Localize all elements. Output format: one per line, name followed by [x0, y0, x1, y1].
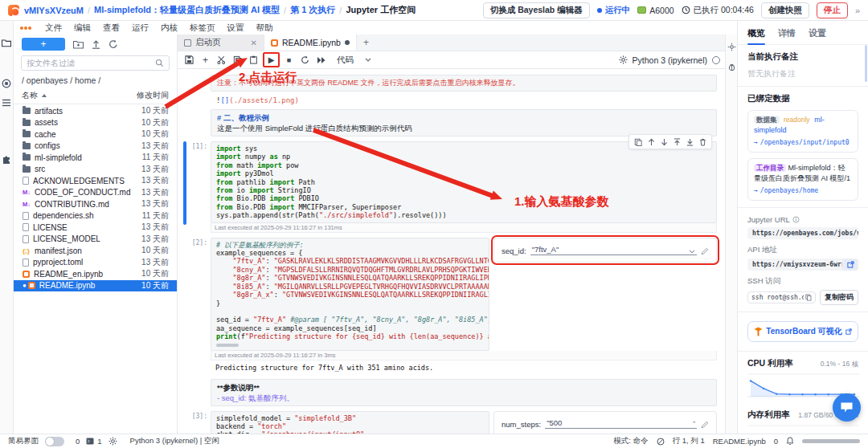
jupyter-url-value[interactable]: https://openbayes.com/jobs/vMIYsX — [747, 227, 858, 239]
file-row-src[interactable]: src13 天前 — [14, 164, 177, 176]
file-row-CONTRIBUTING.md[interactable]: M↓CONTRIBUTING.md13 天前 — [14, 198, 177, 210]
tab-overview[interactable]: 概览 — [747, 27, 765, 44]
menu-item-7[interactable]: 帮助 — [256, 22, 273, 34]
file-row-CODE_OF_CONDUCT.md[interactable]: M↓CODE_OF_CONDUCT.md13 天前 — [14, 187, 177, 199]
file-browser-breadcrumb[interactable]: / openbayes / home / — [14, 74, 177, 88]
move-cell-down-icon[interactable] — [658, 136, 669, 147]
dataset-path-link[interactable]: →/openbayes/input/input0 — [754, 137, 852, 148]
file-row-ml-simplefold[interactable]: ml-simplefold11 天前 — [14, 152, 177, 164]
support-chat-button[interactable] — [833, 393, 861, 422]
file-row-assets[interactable]: assets10 天前 — [14, 117, 177, 129]
property-inspector-icon[interactable] — [727, 43, 736, 51]
paste-cells-icon[interactable] — [247, 53, 260, 67]
bell-icon[interactable] — [786, 437, 794, 446]
copy-icon[interactable] — [805, 294, 812, 301]
code-editor[interactable]: simplefold_model = "simplefold_3B"backen… — [211, 411, 489, 434]
file-row-cache[interactable]: cache10 天前 — [14, 128, 177, 141]
code-editor[interactable]: # 以下是氨基酸序列的例子:example_sequences = { "7ft… — [211, 238, 489, 351]
insert-cell-above-icon[interactable] — [671, 136, 682, 147]
panel-horizontal-scrollbar[interactable] — [802, 439, 860, 443]
terminal-count[interactable]: 1 — [97, 437, 101, 446]
kernel-count[interactable]: 0 — [76, 437, 80, 446]
notebook-scroll-area[interactable]: 注意：不可以同时运行中英文两份 README 文件，运行完成后需要点击重启内核来… — [178, 69, 725, 434]
file-row-dependencies.sh[interactable]: dependencies.sh11 天前 — [14, 210, 177, 222]
mode-label[interactable]: 模式: 命令 — [613, 436, 648, 446]
file-row-ACKNOWLEDGEMENTS[interactable]: ACKNOWLEDGEMENTS13 天前 — [14, 175, 177, 187]
more-chevron-icon[interactable]: » — [855, 6, 860, 15]
switch-editor-button[interactable]: 切换成 Bayeslab 编辑器 — [483, 2, 590, 18]
menu-item-4[interactable]: 内核 — [161, 22, 178, 34]
markdown-cell[interactable]: # 二、教程示例这是一个使用 SimpleFold 进行蛋白质结构预测的示例代码 — [211, 109, 717, 136]
create-snapshot-button[interactable]: 创建快照 — [761, 2, 809, 18]
refresh-icon[interactable] — [108, 39, 118, 49]
api-url-value[interactable]: https://vmiysxvzeum-6wrrir — [747, 259, 842, 271]
interrupt-kernel-icon[interactable]: ■ — [282, 53, 296, 67]
markdown-cell[interactable]: **参数说明**- seq_id: 氨基酸序列。 — [211, 379, 717, 406]
kernel-settings-gear-icon[interactable] — [619, 55, 628, 64]
tensorboard-button[interactable]: TensorBoard 可视化 — [747, 321, 858, 342]
debugger-icon[interactable] — [727, 63, 736, 71]
menu-item-0[interactable]: 文件 — [45, 22, 62, 34]
menu-item-2[interactable]: 查看 — [103, 22, 120, 34]
new-launcher-button[interactable]: + — [22, 38, 65, 51]
file-row-configs[interactable]: configs13 天前 — [14, 141, 177, 153]
file-list-header[interactable]: 名称 修改时间 — [14, 88, 177, 104]
menu-item-1[interactable]: 编辑 — [74, 22, 91, 34]
widget-dropdown[interactable]: "7ftv_A" — [530, 245, 697, 255]
markdown-cell[interactable]: 注意：不可以同时运行中英文两份 README 文件，运行完成后需要点击重启内核来… — [211, 75, 717, 92]
edit-pencil-icon[interactable] — [701, 247, 709, 255]
save-icon[interactable] — [182, 53, 196, 67]
close-tab-icon[interactable]: ✕ — [251, 39, 257, 47]
simple-ui-toggle[interactable] — [45, 437, 64, 446]
tab-settings[interactable]: 设置 — [809, 27, 826, 44]
delete-cell-icon[interactable] — [697, 136, 708, 147]
file-row-manifest.json[interactable]: {;}manifest.json10 天前 — [14, 245, 177, 257]
copy-password-button[interactable]: 复制密码 — [820, 290, 858, 305]
duplicate-cell-icon[interactable] — [633, 136, 644, 147]
table-of-contents-icon[interactable] — [2, 99, 11, 107]
file-row-LICENSE_MODEL[interactable]: LICENSE_MODEL13 天前 — [14, 234, 177, 246]
cell-horizontal-scrollbar[interactable] — [216, 344, 239, 347]
workdir-path-link[interactable]: →/openbayes/home — [754, 185, 852, 196]
restart-run-all-icon[interactable] — [314, 53, 328, 67]
notification-count[interactable]: 0 — [774, 437, 778, 446]
open-api-button[interactable] — [842, 259, 858, 271]
tab-launcher[interactable]: 启动页 ✕ — [178, 35, 264, 51]
file-row-README_en.ipynb[interactable]: README_en.ipynb10 天前 — [14, 268, 177, 280]
widget-field-seq-id[interactable]: seq_id:"7ftv_A" — [502, 245, 709, 255]
run-cell-icon[interactable]: ▶ — [263, 52, 280, 67]
file-filter-input[interactable] — [27, 59, 152, 67]
kernel-name-label[interactable]: Python 3 (ipykernel) — [633, 55, 707, 65]
file-row-LICENSE[interactable]: LICENSE13 天前 — [14, 222, 177, 234]
breadcrumb-item-0[interactable]: vMIYsXVzeuM — [24, 6, 84, 15]
breadcrumb-item-1[interactable]: Ml-simplefold：轻量级蛋白质折叠预测 AI 模型 — [94, 4, 280, 16]
file-row-artifacts[interactable]: artifacts10 天前 — [14, 105, 177, 117]
widget-text-input[interactable]: "500" — [545, 418, 697, 429]
code-editor[interactable]: import sysimport numpy as npfrom math im… — [211, 141, 717, 223]
restart-kernel-icon[interactable] — [298, 53, 312, 67]
cell-type-dropdown[interactable]: 代码 — [337, 55, 371, 66]
extensions-puzzle-icon[interactable] — [2, 154, 11, 164]
cut-cells-icon[interactable] — [215, 53, 228, 67]
move-cell-up-icon[interactable] — [645, 136, 657, 147]
new-tab-button[interactable]: + — [357, 35, 375, 51]
copy-cells-icon[interactable] — [231, 53, 244, 67]
edit-pencil-icon[interactable] — [701, 421, 709, 429]
ssh-command-value[interactable]: ssh root@ssh.openl — [747, 291, 816, 303]
insert-cell-below-icon[interactable] — [684, 136, 695, 147]
menu-item-5[interactable]: 标签页 — [190, 22, 215, 34]
active-file-label[interactable]: README.ipynb — [713, 437, 766, 446]
breadcrumb-item-2[interactable]: 第 1 次执行 — [290, 4, 335, 16]
new-folder-icon[interactable] — [73, 40, 84, 49]
menu-item-3[interactable]: 运行 — [132, 22, 149, 34]
running-kernels-icon[interactable] — [2, 79, 11, 88]
widget-field-num-steps[interactable]: num_steps:"500" — [502, 418, 709, 429]
tab-readme-notebook[interactable]: README.ipynb — [264, 35, 357, 51]
stop-button[interactable]: 停止 — [817, 2, 848, 18]
kernel-status-label[interactable]: Python 3 (ipykernel) | 空闲 — [130, 436, 219, 446]
cursor-position-label[interactable]: 行 1, 列 1 — [673, 436, 705, 446]
menu-item-6[interactable]: 设置 — [227, 22, 244, 34]
panel-vertical-scrollbar[interactable] — [865, 45, 867, 82]
settings-gear-icon[interactable] — [108, 437, 117, 446]
upload-icon[interactable] — [92, 39, 100, 49]
